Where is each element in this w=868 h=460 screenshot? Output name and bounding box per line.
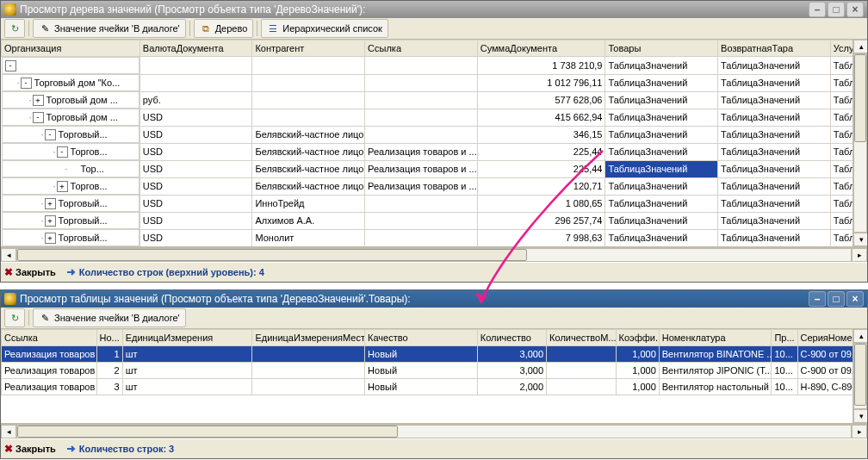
goods-cell[interactable]: ТаблицаЗначений [605, 143, 718, 160]
goods-cell[interactable]: ТаблицаЗначений [605, 229, 718, 246]
coef-cell: 1,000 [616, 346, 659, 363]
table-grid[interactable]: СсылкаНо...ЕдиницаИзмеренияЕдиницаИзмере… [1, 329, 867, 424]
titlebar-2[interactable]: Просмотр таблицы значений (Просмотр объе… [1, 290, 867, 308]
contractor-cell: Алхимов А.А. [252, 212, 365, 229]
hier-list-button[interactable]: ☰Иерархический список [261, 19, 388, 38]
refresh-button[interactable]: ↻ [4, 308, 25, 327]
return-cell: ТаблицаЗначений [718, 91, 831, 109]
hscrollbar[interactable]: ◂▸ [1, 247, 867, 262]
expand-toggle[interactable]: - [45, 129, 56, 140]
refresh-icon: ↻ [9, 22, 21, 34]
table-row[interactable]: ·-Торговый дом ...USD415 662,94ТаблицаЗн… [2, 109, 867, 126]
table-row[interactable]: ·+Торгов...USDБелявский-частное лицоРеал… [2, 177, 867, 195]
tree-table[interactable]: ОрганизацияВалютаДокументаКонтрагентСсыл… [1, 40, 867, 247]
return-cell: ТаблицаЗначений [718, 195, 831, 212]
table-row[interactable]: ·+Торговый...USDАлхимов А.А.296 257,74Та… [2, 212, 867, 229]
link-cell [365, 195, 478, 212]
goods-cell[interactable]: ТаблицаЗначений [605, 246, 718, 247]
org-cell: Торгов... [71, 146, 108, 157]
row-count-info[interactable]: Количество строк: 3 [66, 444, 174, 454]
column-header[interactable]: Контрагент [252, 40, 365, 57]
table-row[interactable]: ·-Торгов...USDБелявский-частное лицоРеал… [2, 143, 867, 160]
column-header[interactable]: ВалютаДокумента [140, 40, 252, 57]
maximize-button[interactable]: □ [828, 291, 845, 307]
link-cell: Реализация товаров и ... [365, 160, 478, 177]
table-row[interactable]: ·+Торговый дом ...руб.577 628,06ТаблицаЗ… [2, 91, 867, 109]
goods-cell[interactable]: ТаблицаЗначений [605, 74, 718, 91]
column-header[interactable]: Товары [605, 40, 718, 57]
maximize-button[interactable]: □ [828, 2, 845, 17]
table-row[interactable]: ·-Торговый...USDБелявский-частное лицо34… [2, 126, 867, 143]
vscrollbar[interactable]: ▴▾ [852, 329, 867, 423]
titlebar-1[interactable]: Просмотр дерева значений (Просмотр объек… [1, 1, 867, 18]
column-header[interactable]: Номенклатура [659, 330, 772, 346]
pencil-icon: ✎ [39, 22, 51, 34]
goods-cell[interactable]: ТаблицаЗначений [605, 109, 718, 126]
link-cell [365, 126, 478, 143]
value-table[interactable]: СсылкаНо...ЕдиницаИзмеренияЕдиницаИзмере… [1, 329, 867, 395]
column-header[interactable]: Коэффи... [616, 330, 659, 346]
table-row[interactable]: ·+Торговый...USDДальстрой50 966,47Таблиц… [2, 246, 867, 247]
table-row[interactable]: Реализация товаров и ...1штНовый3,0001,0… [2, 346, 867, 363]
table-row[interactable]: Реализация товаров и ...3штНовый2,0001,0… [2, 379, 867, 395]
cell-value-dialog-button[interactable]: ✎Значение ячейки 'В диалоге' [33, 19, 186, 38]
column-header[interactable]: Ссылка [2, 330, 97, 346]
cell-value-dialog-button[interactable]: ✎Значение ячейки 'В диалоге' [33, 308, 186, 327]
contractor-cell [252, 57, 365, 75]
minimize-button[interactable]: – [809, 291, 826, 307]
tree-mode-button[interactable]: ⧉Дерево [194, 19, 254, 38]
goods-cell[interactable]: ТаблицаЗначений [605, 126, 718, 143]
sum-cell: 346,15 [477, 126, 605, 143]
table-row[interactable]: -1 738 210,9ТаблицаЗначенийТаблицаЗначен… [2, 57, 867, 75]
goods-cell[interactable]: ТаблицаЗначений [605, 177, 718, 195]
expand-toggle[interactable]: - [5, 60, 16, 71]
goods-cell[interactable]: ТаблицаЗначений [605, 212, 718, 229]
column-header[interactable]: КоличествоМ... [547, 330, 616, 346]
expand-toggle[interactable]: - [57, 146, 68, 158]
goods-cell[interactable]: ТаблицаЗначений [605, 160, 718, 177]
column-header[interactable]: СуммаДокумента [477, 40, 605, 57]
column-header[interactable]: ВозвратнаяТара [718, 40, 831, 57]
table-row[interactable]: ·+Торговый...USDМонолит7 998,63ТаблицаЗн… [2, 229, 867, 246]
column-header[interactable]: Организация [2, 40, 140, 57]
close-button[interactable]: × [846, 2, 864, 17]
sum-cell: 120,71 [477, 177, 605, 195]
expand-toggle[interactable]: + [45, 233, 56, 244]
column-header[interactable]: Качество [365, 330, 478, 346]
tree-grid[interactable]: ОрганизацияВалютаДокументаКонтрагентСсыл… [1, 40, 867, 247]
no-cell: 3 [96, 379, 122, 395]
expand-toggle[interactable]: - [33, 112, 44, 123]
column-header[interactable]: Пр... [772, 330, 797, 346]
column-header[interactable]: Количество [477, 330, 546, 346]
table-row[interactable]: ·+Торговый...USDИнноТрейд1 080,65Таблица… [2, 195, 867, 212]
table-row[interactable]: ·Тор...USDБелявский-частное лицоРеализац… [2, 160, 867, 177]
table-row[interactable]: Реализация товаров и ...2штНовый3,0001,0… [2, 363, 867, 379]
close-button[interactable]: × [846, 291, 864, 307]
goods-cell[interactable]: ТаблицаЗначений [605, 91, 718, 109]
column-header[interactable]: ЕдиницаИзмерения [122, 330, 252, 346]
contractor-cell: Белявский-частное лицо [252, 160, 365, 177]
vscrollbar[interactable]: ▴▾ [852, 40, 867, 246]
hscrollbar[interactable]: ◂▸ [1, 424, 867, 438]
close-link[interactable]: ✖Закрыть [4, 443, 56, 455]
refresh-button[interactable]: ↻ [4, 19, 25, 38]
column-header[interactable]: Ссылка [365, 40, 478, 57]
row-count-info[interactable]: Количество строк (верхний уровень): 4 [66, 267, 264, 277]
currency-cell [140, 74, 252, 91]
column-header[interactable]: ЕдиницаИзмеренияМест [252, 330, 365, 346]
hier-icon: ☰ [267, 22, 279, 34]
expand-toggle[interactable]: - [21, 78, 32, 89]
close-link[interactable]: ✖Закрыть [4, 266, 56, 278]
minimize-button[interactable]: – [809, 2, 826, 17]
expand-toggle[interactable]: + [57, 181, 68, 192]
toolbar-2: ↻ ✎Значение ячейки 'В диалоге' [1, 308, 867, 329]
expand-toggle[interactable]: + [45, 198, 56, 209]
expand-toggle[interactable]: + [45, 215, 56, 227]
expand-toggle[interactable]: + [33, 95, 44, 106]
goods-cell[interactable]: ТаблицаЗначений [605, 195, 718, 212]
column-header[interactable]: Но... [96, 330, 122, 346]
qty-places-cell [547, 346, 616, 363]
table-row[interactable]: ·-Торговый дом "Ко...1 012 796,11Таблица… [2, 74, 867, 91]
currency-cell: USD [140, 195, 252, 212]
goods-cell[interactable]: ТаблицаЗначений [605, 57, 718, 75]
